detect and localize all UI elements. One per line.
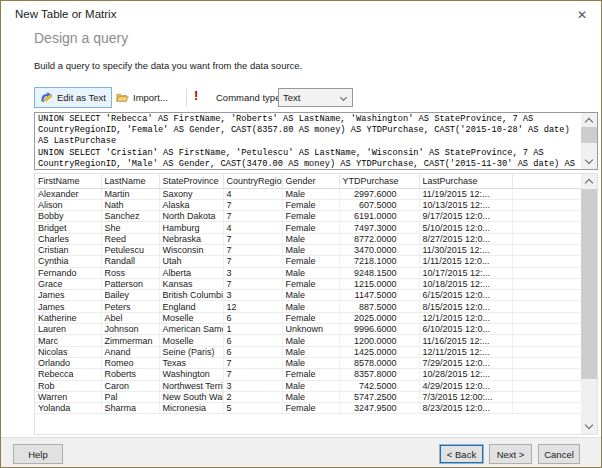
cell-ytdpurchase: 3247.9500 <box>339 403 419 414</box>
table-row[interactable]: RobCaronNorthwest Terri...3Male742.50004… <box>35 380 582 391</box>
cell-countryregionid: 5 <box>223 403 282 414</box>
scrollbar-thumb[interactable] <box>581 189 597 379</box>
row-filler <box>512 188 582 199</box>
scroll-down-icon[interactable] <box>581 420 597 434</box>
table-row[interactable]: FernandoRossAlberta3Male9248.150010/17/2… <box>35 267 582 278</box>
table-row[interactable]: LaurenJohnsonAmerican Samoa1Unknown9996.… <box>35 324 582 335</box>
help-button[interactable]: Help <box>13 444 63 464</box>
cell-firstname: James <box>35 290 101 301</box>
cell-lastpurchase: 8/27/2015 12:0... <box>419 233 512 244</box>
column-header-gender[interactable]: Gender <box>282 174 339 188</box>
row-filler <box>512 357 582 368</box>
row-filler <box>512 267 582 278</box>
cell-lastname: Abel <box>101 312 159 323</box>
table-row[interactable]: OrlandoRomeoTexas7Male8578.00007/29/2015… <box>35 357 582 368</box>
cell-countryregionid: 12 <box>223 301 282 312</box>
column-header-countryregionid[interactable]: CountryRegionID <box>223 174 282 188</box>
import-button[interactable]: Import... <box>110 87 174 108</box>
cell-ytdpurchase: 1200.0000 <box>339 335 419 346</box>
column-header-stateprovince[interactable]: StateProvince <box>159 174 223 188</box>
table-row[interactable]: GracePattersonKansas7Female1215.000010/1… <box>35 278 582 289</box>
cell-lastpurchase: 6/15/2015 12:0... <box>419 290 512 301</box>
cell-firstname: Marc <box>35 335 101 346</box>
table-row[interactable]: BridgetSheHamburg4Female7497.30005/10/20… <box>35 222 582 233</box>
table-row[interactable]: CharlesReedNebraska7Male8772.00008/27/20… <box>35 233 582 244</box>
cell-stateprovince: Moselle <box>159 312 223 323</box>
run-query-icon[interactable]: ! <box>194 88 198 103</box>
query-scrollbar[interactable] <box>581 113 597 169</box>
cell-gender: Male <box>282 290 339 301</box>
cancel-button[interactable]: Cancel <box>538 444 580 464</box>
table-row[interactable]: JamesPetersEngland12Male887.50008/15/201… <box>35 301 582 312</box>
chevron-down-icon <box>340 94 347 101</box>
query-text-line: CountryRegionID, 'Female' AS Gender, CAS… <box>38 125 580 136</box>
cell-lastpurchase: 11/30/2015 12:... <box>419 244 512 255</box>
cell-stateprovince: Kansas <box>159 278 223 289</box>
table-row[interactable]: WarrenPalNew South Wales2Male5747.25007/… <box>35 391 582 402</box>
cell-firstname: Cristian <box>35 244 101 255</box>
results-body: AlexanderMartinSaxony4Male2997.600011/19… <box>35 188 582 414</box>
cell-ytdpurchase: 887.5000 <box>339 301 419 312</box>
cell-gender: Female <box>282 199 339 210</box>
scroll-up-icon[interactable] <box>581 113 597 127</box>
cell-lastname: Zimmerman <box>101 335 159 346</box>
results-scrollbar[interactable] <box>581 174 597 434</box>
column-header-ytdpurchase[interactable]: YTDPurchase <box>339 174 419 188</box>
cell-ytdpurchase: 5747.2500 <box>339 391 419 402</box>
row-filler <box>512 256 582 267</box>
command-type-select[interactable]: Text <box>278 88 353 107</box>
table-row[interactable]: MarcZimmermanMoselle6Male1200.000011/16/… <box>35 335 582 346</box>
scrollbar-thumb[interactable] <box>581 127 597 143</box>
table-row[interactable]: RebeccaRobertsWashington7Female8357.8000… <box>35 369 582 380</box>
cell-gender: Female <box>282 369 339 380</box>
row-filler <box>512 391 582 402</box>
table-row[interactable]: CristianPetulescuWisconsin7Male3470.0000… <box>35 244 582 255</box>
cell-stateprovince: Alberta <box>159 267 223 278</box>
column-header-lastname[interactable]: LastName <box>101 174 159 188</box>
cell-lastname: Roberts <box>101 369 159 380</box>
next-button[interactable]: Next > <box>489 444 532 464</box>
cell-gender: Female <box>282 256 339 267</box>
query-text-editor[interactable]: UNION SELECT 'Rebecca' AS FirstName, 'Ro… <box>34 112 598 170</box>
cell-stateprovince: British Columbia <box>159 290 223 301</box>
table-row[interactable]: AlexanderMartinSaxony4Male2997.600011/19… <box>35 188 582 199</box>
edit-as-text-button[interactable]: Edit as Text <box>34 87 112 108</box>
cell-lastname: Ross <box>101 267 159 278</box>
page-description: Build a query to specify the data you wa… <box>34 60 302 71</box>
cell-gender: Female <box>282 312 339 323</box>
cell-stateprovince: Wisconsin <box>159 244 223 255</box>
cell-countryregionid: 7 <box>223 256 282 267</box>
column-header-firstname[interactable]: FirstName <box>35 174 101 188</box>
table-row[interactable]: NicolasAnandSeine (Paris)6Male1425.00001… <box>35 346 582 357</box>
table-row[interactable]: KatherineAbelMoselle6Female2025.000012/1… <box>35 312 582 323</box>
query-text-line: UNION SELECT 'Cristian' AS FirstName, 'P… <box>38 148 580 159</box>
cell-ytdpurchase: 1147.5000 <box>339 290 419 301</box>
close-icon[interactable]: ✕ <box>573 6 591 24</box>
cell-stateprovince: Nebraska <box>159 233 223 244</box>
cell-lastname: Caron <box>101 380 159 391</box>
row-filler <box>512 346 582 357</box>
table-row[interactable]: JamesBaileyBritish Columbia3Male1147.500… <box>35 290 582 301</box>
scroll-up-icon[interactable] <box>581 174 597 188</box>
cell-countryregionid: 7 <box>223 199 282 210</box>
table-row[interactable]: AlisonNathAlaska7Female607.500010/13/201… <box>35 199 582 210</box>
table-row[interactable]: YolandaSharmaMicronesia5Female3247.95008… <box>35 403 582 414</box>
new-table-or-matrix-dialog: New Table or Matrix ✕ Design a query Bui… <box>0 0 602 468</box>
scroll-down-icon[interactable] <box>581 155 597 169</box>
cell-stateprovince: Utah <box>159 256 223 267</box>
cell-stateprovince: New South Wales <box>159 391 223 402</box>
cell-ytdpurchase: 8357.8000 <box>339 369 419 380</box>
column-header-filler <box>512 174 582 188</box>
column-header-lastpurchase[interactable]: LastPurchase <box>419 174 512 188</box>
cell-gender: Male <box>282 267 339 278</box>
row-filler <box>512 211 582 222</box>
cell-stateprovince: American Samoa <box>159 324 223 335</box>
cell-firstname: Yolanda <box>35 403 101 414</box>
table-row[interactable]: CynthiaRandallUtah7Female7218.10001/11/2… <box>35 256 582 267</box>
cell-lastname: Nath <box>101 199 159 210</box>
table-row[interactable]: BobbySanchezNorth Dakota7Female6191.0000… <box>35 211 582 222</box>
cell-countryregionid: 7 <box>223 233 282 244</box>
window-title: New Table or Matrix <box>15 8 116 20</box>
cell-lastpurchase: 8/15/2015 12:0... <box>419 301 512 312</box>
back-button[interactable]: < Back <box>439 444 484 464</box>
